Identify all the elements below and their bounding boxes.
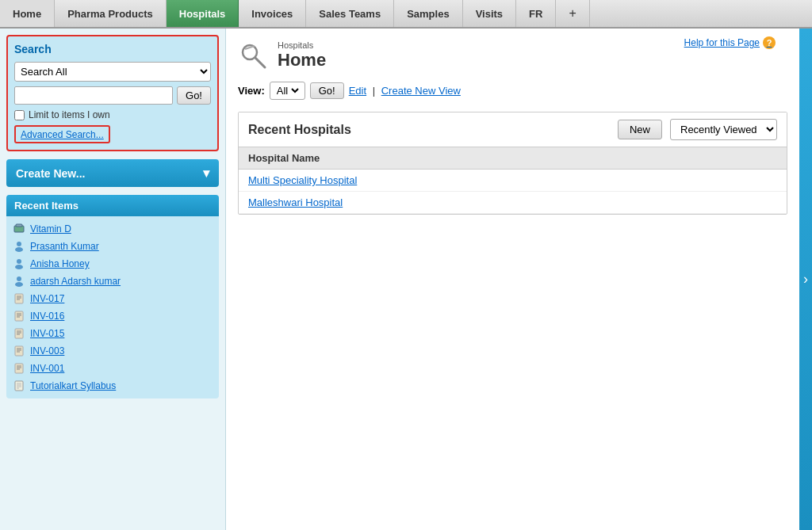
- nav-add[interactable]: +: [556, 0, 589, 27]
- search-select-row: Search All Hospitals Contacts Invoices: [14, 62, 211, 82]
- help-link[interactable]: Help for this Page ?: [684, 36, 776, 49]
- hospital-name-column-header: Hospital Name: [239, 147, 787, 170]
- advanced-search-container: Advanced Search...: [14, 125, 110, 143]
- list-item[interactable]: INV-003: [13, 342, 213, 360]
- view-select[interactable]: All: [274, 84, 301, 97]
- item-label: INV-001: [30, 363, 64, 374]
- search-text-input[interactable]: [14, 86, 173, 105]
- breadcrumb: Hospitals: [278, 40, 326, 50]
- recent-items-panel: Recent Items Vitamin D Prasanth Kumar: [6, 195, 219, 398]
- svg-point-6: [17, 276, 21, 281]
- view-separator: |: [373, 85, 378, 97]
- nav-fr[interactable]: FR: [516, 0, 556, 27]
- table-row: Malleshwari Hospital: [239, 192, 787, 214]
- view-go-button[interactable]: Go!: [310, 82, 344, 99]
- hospitals-header-right: New Recently Viewed: [618, 119, 777, 140]
- invoice-icon: [13, 292, 25, 305]
- hospitals-table: Hospital Name Multi Speciality Hospital …: [239, 147, 787, 214]
- main-layout: Search Search All Hospitals Contacts Inv…: [0, 29, 812, 530]
- item-label: INV-017: [30, 293, 64, 304]
- right-panel-handle[interactable]: ›: [799, 29, 812, 530]
- svg-line-34: [255, 58, 265, 67]
- nav-home[interactable]: Home: [0, 0, 55, 27]
- help-icon: ?: [763, 36, 776, 49]
- limit-checkbox[interactable]: [14, 110, 25, 120]
- item-label: Vitamin D: [30, 223, 71, 234]
- sidebar: Search Search All Hospitals Contacts Inv…: [0, 29, 226, 530]
- svg-rect-24: [15, 364, 23, 373]
- recent-items-list: Vitamin D Prasanth Kumar Anisha Honey: [6, 216, 219, 398]
- item-label: Anisha Honey: [30, 258, 90, 269]
- hospitals-section-header: Recent Hospitals New Recently Viewed: [239, 112, 787, 147]
- recent-items-header: Recent Items: [6, 195, 219, 216]
- hospital-name-cell: Multi Speciality Hospital: [239, 170, 787, 192]
- svg-rect-8: [15, 294, 23, 303]
- advanced-search-link[interactable]: Advanced Search...: [21, 129, 104, 140]
- person-icon: [13, 275, 25, 288]
- person-icon: [13, 257, 25, 270]
- svg-point-5: [15, 265, 23, 269]
- svg-rect-1: [16, 224, 22, 227]
- nav-visits[interactable]: Visits: [463, 0, 516, 27]
- view-label: View:: [238, 85, 265, 97]
- create-new-arrow-icon: ▾: [203, 166, 209, 181]
- nav-hospitals[interactable]: Hospitals: [167, 0, 239, 27]
- hospitals-section-title: Recent Hospitals: [248, 123, 351, 137]
- list-item[interactable]: INV-016: [13, 307, 213, 325]
- search-input-row: Go!: [14, 86, 211, 105]
- item-label: Tutorialkart Syllabus: [30, 380, 116, 391]
- create-new-label: Create New...: [16, 167, 85, 180]
- nav-samples[interactable]: Samples: [394, 0, 462, 27]
- svg-rect-28: [15, 381, 23, 391]
- svg-rect-12: [15, 311, 23, 321]
- page-title: Home: [278, 50, 326, 71]
- hospital-name-cell: Malleshwari Hospital: [239, 192, 787, 214]
- edit-view-link[interactable]: Edit: [349, 85, 366, 97]
- new-hospital-button[interactable]: New: [618, 120, 662, 139]
- item-label: Prasanth Kumar: [30, 241, 99, 252]
- svg-point-7: [15, 282, 23, 287]
- list-item[interactable]: adarsh Adarsh kumar: [13, 273, 213, 290]
- item-label: INV-015: [30, 328, 64, 339]
- item-label: adarsh Adarsh kumar: [30, 276, 121, 287]
- list-item[interactable]: Anisha Honey: [13, 255, 213, 273]
- create-view-link[interactable]: Create New View: [381, 85, 461, 97]
- person-icon: [13, 240, 25, 253]
- table-row: Multi Speciality Hospital: [239, 170, 787, 192]
- list-item[interactable]: INV-001: [13, 360, 213, 377]
- nav-sales-teams[interactable]: Sales Teams: [306, 0, 394, 27]
- list-item[interactable]: INV-017: [13, 290, 213, 307]
- view-bar: View: All Go! Edit | Create New View: [238, 82, 787, 100]
- search-panel-title: Search: [14, 43, 211, 55]
- view-select-wrap: All: [270, 82, 305, 100]
- svg-point-3: [15, 247, 23, 252]
- search-go-button[interactable]: Go!: [177, 86, 211, 105]
- invoice-icon: [13, 327, 25, 340]
- hospital-name-link[interactable]: Malleshwari Hospital: [248, 196, 343, 208]
- page-title-group: Hospitals Home: [278, 40, 326, 71]
- svg-rect-16: [15, 329, 23, 338]
- recently-viewed-select[interactable]: Recently Viewed: [670, 119, 777, 140]
- help-label: Help for this Page: [684, 37, 760, 48]
- list-item[interactable]: Prasanth Kumar: [13, 238, 213, 255]
- limit-checkbox-row: Limit to items I own: [14, 109, 211, 120]
- list-item[interactable]: Vitamin D: [13, 220, 213, 238]
- product-icon: [13, 223, 25, 235]
- invoice-icon: [13, 310, 25, 322]
- hospital-name-link[interactable]: Multi Speciality Hospital: [248, 174, 357, 186]
- limit-label: Limit to items I own: [29, 109, 110, 120]
- list-item[interactable]: INV-015: [13, 325, 213, 342]
- content-area: Help for this Page ? Hospitals Home View…: [226, 29, 799, 530]
- hospitals-page-icon: [238, 40, 270, 72]
- list-item[interactable]: Tutorialkart Syllabus: [13, 377, 213, 395]
- view-links: Edit | Create New View: [349, 85, 461, 97]
- item-label: INV-016: [30, 311, 64, 322]
- nav-pharma-products[interactable]: Pharma Products: [55, 0, 167, 27]
- search-type-select[interactable]: Search All Hospitals Contacts Invoices: [14, 62, 211, 82]
- search-panel: Search Search All Hospitals Contacts Inv…: [6, 35, 219, 151]
- create-new-button[interactable]: Create New... ▾: [6, 159, 219, 187]
- nav-invoices[interactable]: Invoices: [239, 0, 306, 27]
- svg-point-4: [17, 259, 21, 264]
- invoice-icon: [13, 345, 25, 357]
- hospitals-section: Recent Hospitals New Recently Viewed Hos…: [238, 112, 787, 215]
